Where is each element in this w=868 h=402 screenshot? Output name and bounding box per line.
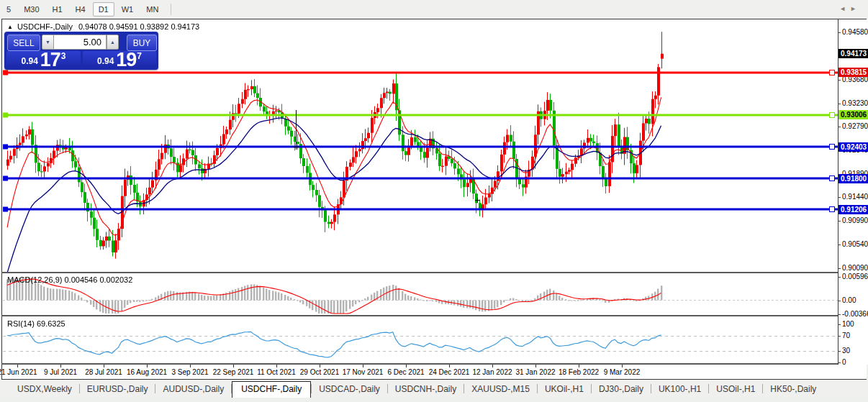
rsi-tick-label: 30	[842, 347, 850, 355]
timeframe-button-w1[interactable]: W1	[116, 2, 140, 17]
axis-tick-mark	[838, 362, 841, 363]
buy-price-display[interactable]: 0.94197	[83, 51, 156, 68]
chart-tab-usdcad-daily[interactable]: USDCAD-,Daily	[312, 382, 387, 397]
rsi-indicator-canvas[interactable]	[3, 316, 838, 363]
date-tick-mark	[190, 365, 191, 367]
rsi-label: RSI(14) 69.6325	[7, 319, 65, 328]
sell-price-big: 17	[40, 52, 60, 68]
macd-tick-label: 0.00	[842, 296, 856, 304]
axis-tick-mark	[838, 301, 841, 301]
price-tick-label: 0.93230	[842, 99, 868, 107]
date-tick-mark	[320, 365, 320, 367]
axis-tick-mark	[838, 104, 841, 104]
buy-price-prefix: 0.94	[97, 56, 114, 66]
chart-tab-usoil-h1[interactable]: USOil-,H1	[709, 382, 762, 397]
axis-tick-mark	[838, 268, 841, 269]
volume-increase-button[interactable]: ▲	[107, 35, 119, 50]
macd-tick-label: 0.005963	[842, 273, 868, 280]
date-tick-mark	[104, 365, 104, 367]
axis-tick-mark	[838, 197, 841, 198]
chart-tab-eurusd-daily[interactable]: EURUSD-,Daily	[80, 382, 155, 397]
date-tick-mark	[147, 365, 148, 367]
date-tick-mark	[406, 365, 407, 367]
chart-tab-ukoil-h1[interactable]: UKOil-,H1	[538, 382, 591, 397]
arrow-up-icon: ▲	[110, 40, 115, 45]
arrow-down-icon: ▼	[45, 40, 50, 45]
axis-tick-mark	[838, 336, 841, 337]
axis-tick-mark	[838, 221, 841, 221]
timeframe-button-h4[interactable]: H4	[70, 2, 91, 17]
date-tick-mark	[17, 365, 18, 367]
date-tick-mark	[233, 365, 234, 367]
date-tick-mark	[60, 365, 61, 367]
date-tick-label: 9 Mar 2022	[593, 368, 651, 376]
chart-title: ▲USDCHF-,Daily0.94078 0.94591 0.93892 0.…	[7, 22, 199, 31]
chart-tab-xauusd-m15[interactable]: XAUUSD-,M15	[464, 382, 537, 397]
date-tick-mark	[276, 365, 277, 367]
volume-decrease-button[interactable]: ▼	[42, 35, 54, 50]
date-tick-mark	[363, 365, 363, 367]
toolbar-separator	[171, 4, 171, 15]
chart-tab-uk100-h1[interactable]: UK100-,H1	[651, 382, 708, 397]
price-level-badge: 0.91206	[838, 205, 868, 214]
timeframe-button-d1[interactable]: D1	[93, 2, 114, 17]
price-tick-label: 0.94580	[842, 28, 868, 36]
price-level-badge: 0.94173	[838, 49, 868, 58]
scroll-tabs-right-icon[interactable]: ►	[850, 5, 861, 12]
price-tick-label: 0.90540	[842, 240, 868, 248]
chart-symbol-label: USDCHF-,Daily	[17, 22, 73, 31]
date-tick-mark	[622, 365, 623, 367]
timeframe-toolbar: 5M30H1H4D1W1MN	[0, 0, 868, 18]
rsi-tick-label: 100	[842, 320, 854, 328]
axis-tick-mark	[838, 324, 841, 325]
price-axis: 0.945800.936800.932300.927900.923400.918…	[838, 19, 868, 365]
pane-separator[interactable]	[1, 315, 868, 316]
buy-price-sup: 7	[137, 51, 142, 61]
timeframe-button-5[interactable]: 5	[1, 2, 17, 17]
price-level-badge: 0.93815	[838, 68, 868, 77]
chart-tab-dj30-daily[interactable]: DJ30-,Daily	[592, 382, 651, 397]
macd-label: MACD(12,26,9) 0.004546 0.002032	[7, 275, 132, 284]
rsi-tick-label: 70	[842, 332, 850, 339]
volume-input[interactable]: 5.00	[53, 35, 107, 50]
collapse-chart-icon[interactable]: ▲	[7, 24, 13, 30]
price-level-badge: 0.91800	[838, 174, 868, 183]
axis-tick-mark	[838, 80, 841, 81]
sell-price-sup: 3	[61, 51, 66, 61]
axis-tick-mark	[838, 32, 841, 33]
chart-tab-usdchf-daily[interactable]: USDCHF-,Daily	[232, 381, 311, 398]
tab-scroll-arrows: ◄►	[839, 5, 861, 12]
axis-tick-mark	[838, 314, 841, 315]
chart-tab-usdcnh-daily[interactable]: USDCNH-,Daily	[388, 382, 464, 397]
price-level-badge: 0.92403	[838, 142, 868, 152]
chart-tab-audusd-daily[interactable]: AUDUSD-,Daily	[155, 382, 231, 397]
rsi-tick-label: 0	[842, 358, 846, 366]
chart-ohlc-values: 0.94078 0.94591 0.93892 0.94173	[78, 22, 199, 31]
chart-tab-usdx-weekly[interactable]: USDX,Weekly	[10, 382, 79, 397]
scroll-tabs-left-icon[interactable]: ◄	[839, 5, 850, 12]
axis-tick-mark	[838, 277, 841, 278]
sell-button[interactable]: SELL	[7, 35, 40, 51]
price-tick-label: 0.91440	[842, 193, 868, 201]
timeframe-button-m30[interactable]: M30	[18, 2, 45, 17]
price-tick-label: 0.90090	[842, 264, 868, 272]
date-tick-mark	[579, 365, 579, 367]
axis-tick-mark	[838, 351, 841, 352]
price-tick-label: 0.90990	[842, 216, 868, 224]
macd-tick-label: -0.003664	[842, 310, 868, 318]
chart-tab-hk50-daily[interactable]: HK50-,Daily	[763, 382, 823, 397]
one-click-trade-panel: SELL ▼ 5.00 ▲ BUY 0.94173 0.94197	[4, 32, 158, 70]
price-tick-label: 0.92790	[842, 122, 868, 130]
axis-tick-mark	[838, 127, 841, 127]
price-level-badge: 0.93006	[838, 110, 868, 119]
timeframe-button-h1[interactable]: H1	[47, 2, 68, 17]
buy-price-big: 19	[116, 52, 136, 68]
date-axis: 21 Jun 20219 Jul 202128 Jul 202116 Aug 2…	[3, 365, 838, 379]
axis-tick-mark	[838, 245, 841, 245]
date-tick-mark	[449, 365, 450, 367]
pane-separator[interactable]	[1, 272, 868, 273]
date-tick-mark	[535, 365, 536, 367]
timeframe-button-mn[interactable]: MN	[140, 2, 164, 17]
sell-price-display[interactable]: 0.94173	[6, 51, 81, 68]
symbol-tabs-bar: USDX,WeeklyEURUSD-,DailyAUDUSD-,DailyUSD…	[0, 380, 868, 397]
